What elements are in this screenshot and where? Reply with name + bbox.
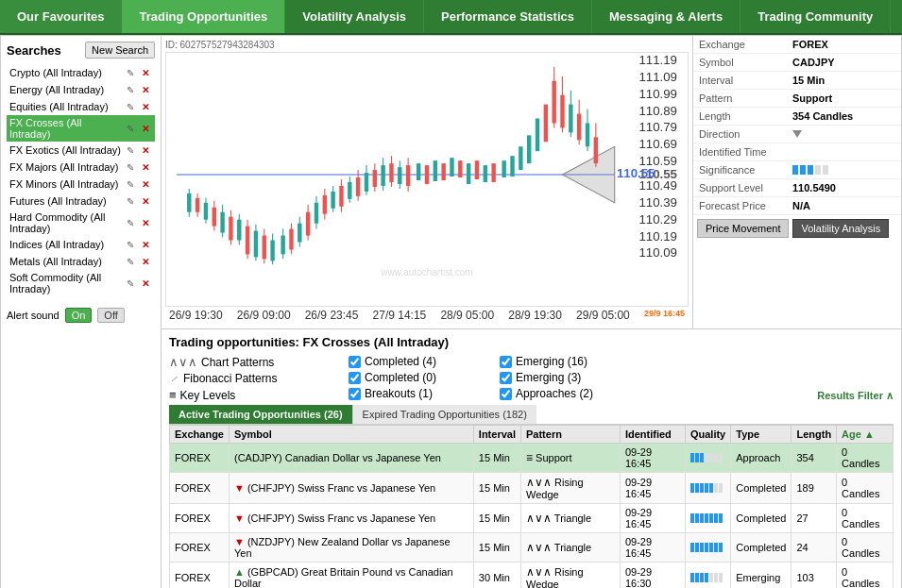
sidebar-item[interactable]: Indices (All Intraday) ✎ ✕ [7, 236, 155, 253]
table-row[interactable]: FOREX ▼ (CHFJPY) Swiss Franc vs Japanese… [170, 473, 893, 504]
new-search-button[interactable]: New Search [85, 42, 155, 59]
nav-item-volatility[interactable]: Volatility Analysis [285, 0, 424, 33]
tab-expired-trading[interactable]: Expired Trading Opportunities (182) [352, 405, 536, 424]
nav-item-messaging[interactable]: Messaging & Alerts [592, 0, 740, 33]
close-icon[interactable]: ✕ [139, 194, 152, 208]
th-exchange[interactable]: Exchange [170, 426, 230, 444]
info-value-exchange: FOREX [787, 36, 901, 54]
tab-active-trading[interactable]: Active Trading Opportunities (26) [169, 405, 352, 424]
quality-bar [700, 573, 704, 582]
x-label-3: 26/9 23:45 [305, 309, 359, 322]
th-age[interactable]: Age ▲ [837, 426, 893, 444]
sidebar: Searches New Search Crypto (All Intraday… [1, 36, 162, 588]
alert-off-button[interactable]: Off [97, 308, 124, 323]
nav-item-favourites[interactable]: Our Favourites [0, 0, 122, 33]
sidebar-item-icons: ✎ ✕ [124, 100, 152, 113]
cell-interval: 15 Min [473, 473, 520, 504]
cell-length: 354 [791, 444, 837, 473]
table-row[interactable]: FOREX ▼ (NZDJPY) New Zealand Dollar vs J… [170, 533, 893, 563]
sidebar-item[interactable]: Energy (All Intraday) ✎ ✕ [7, 81, 155, 98]
checkbox-approaches[interactable] [500, 388, 512, 400]
sidebar-item[interactable]: FX Exotics (All Intraday) ✎ ✕ [7, 142, 155, 159]
edit-icon[interactable]: ✎ [124, 194, 137, 208]
close-icon[interactable]: ✕ [139, 216, 152, 229]
checkbox-emerging-chart[interactable] [500, 356, 512, 368]
main-content: Searches New Search Crypto (All Intraday… [0, 35, 902, 588]
close-icon[interactable]: ✕ [139, 277, 152, 290]
th-pattern[interactable]: Pattern [520, 426, 620, 444]
sidebar-item[interactable]: Hard Commodity (All Intraday) ✎ ✕ [7, 210, 155, 236]
table-row[interactable]: FOREX (CADJPY) Canadian Dollar vs Japane… [170, 444, 893, 473]
th-type[interactable]: Type [731, 426, 791, 444]
close-icon[interactable]: ✕ [139, 66, 152, 79]
checkbox-completed-fib[interactable] [349, 372, 361, 384]
sidebar-item-label: Hard Commodity (All Intraday) [9, 211, 124, 234]
sidebar-item-icons: ✎ ✕ [124, 160, 152, 174]
close-icon[interactable]: ✕ [139, 100, 152, 113]
edit-icon[interactable]: ✎ [124, 238, 137, 251]
th-interval[interactable]: Interval [473, 426, 520, 444]
nav-item-community[interactable]: Trading Community [740, 0, 891, 33]
svg-marker-14 [563, 146, 615, 203]
info-row-exchange: Exchange FOREX [693, 36, 901, 54]
label-approaches: Approaches (2) [516, 387, 593, 400]
label-completed-fib: Completed (0) [365, 371, 436, 384]
volatility-analysis-button[interactable]: Volatility Analysis [792, 219, 889, 238]
edit-icon[interactable]: ✎ [124, 255, 137, 268]
checkbox-emerging-fib[interactable] [500, 372, 512, 384]
close-icon[interactable]: ✕ [139, 143, 152, 157]
sidebar-item[interactable]: Metals (All Intraday) ✎ ✕ [7, 253, 155, 270]
sidebar-item-icons: ✎ ✕ [124, 277, 152, 290]
checkbox-breakouts[interactable] [349, 388, 361, 400]
edit-icon[interactable]: ✎ [124, 160, 137, 174]
edit-icon[interactable]: ✎ [124, 277, 137, 290]
th-symbol[interactable]: Symbol [229, 426, 473, 444]
bottom-section: Trading opportunities: FX Crosses (All I… [162, 328, 901, 588]
svg-rect-84 [544, 105, 548, 143]
close-icon[interactable]: ✕ [139, 122, 152, 135]
sidebar-item[interactable]: FX Minors (All Intraday) ✎ ✕ [7, 176, 155, 193]
sidebar-item[interactable]: FX Majors (All Intraday) ✎ ✕ [7, 159, 155, 176]
info-value-length: 354 Candles [787, 108, 901, 126]
nav-item-trading[interactable]: Trading Opportunities [122, 0, 285, 33]
chart-pattern-icon: ∧∨∧ [526, 541, 552, 554]
price-movement-button[interactable]: Price Movement [697, 219, 789, 238]
sidebar-item[interactable]: Futures (All Intraday) ✎ ✕ [7, 193, 155, 210]
quality-bar [705, 453, 708, 462]
sidebar-item-icons: ✎ ✕ [124, 83, 152, 96]
edit-icon[interactable]: ✎ [124, 216, 137, 229]
th-length[interactable]: Length [791, 426, 837, 444]
edit-icon[interactable]: ✎ [124, 143, 137, 157]
th-quality[interactable]: Quality [685, 426, 730, 444]
info-row-interval: Interval 15 Min [693, 72, 901, 90]
th-identified[interactable]: Identified [620, 426, 685, 444]
edit-icon[interactable]: ✎ [124, 83, 137, 96]
table-row[interactable]: FOREX ▲ (GBPCAD) Great Britain Pound vs … [170, 563, 893, 589]
quality-bar [714, 543, 718, 552]
edit-icon[interactable]: ✎ [124, 66, 137, 79]
alert-on-button[interactable]: On [65, 308, 93, 323]
close-icon[interactable]: ✕ [139, 177, 152, 191]
arrow-down-icon: ▼ [234, 482, 245, 494]
edit-icon[interactable]: ✎ [124, 177, 137, 191]
sidebar-item[interactable]: FX Crosses (All Intraday) ✎ ✕ [7, 115, 155, 142]
table-row[interactable]: FOREX ▼ (CHFJPY) Swiss Franc vs Japanese… [170, 504, 893, 533]
checkbox-completed-chart[interactable] [349, 356, 361, 368]
edit-icon[interactable]: ✎ [124, 100, 137, 113]
cell-pattern: ∧∨∧ Rising Wedge [520, 563, 620, 589]
close-icon[interactable]: ✕ [139, 238, 152, 251]
edit-icon[interactable]: ✎ [124, 122, 137, 135]
sidebar-item[interactable]: Soft Commodity (All Intraday) ✎ ✕ [7, 270, 155, 296]
cell-symbol: ▼ (CHFJPY) Swiss Franc vs Japanese Yen [229, 504, 473, 533]
sidebar-item[interactable]: Crypto (All Intraday) ✎ ✕ [7, 64, 155, 81]
nav-item-performance[interactable]: Performance Statistics [424, 0, 592, 33]
close-icon[interactable]: ✕ [139, 83, 152, 96]
cell-symbol: ▼ (NZDJPY) New Zealand Dollar vs Japanes… [229, 533, 473, 563]
cell-pattern: ≡ Support [520, 444, 620, 473]
svg-text:110.99: 110.99 [638, 88, 676, 100]
close-icon[interactable]: ✕ [139, 160, 152, 174]
close-icon[interactable]: ✕ [139, 255, 152, 268]
results-filter-button[interactable]: Results Filter ∧ [817, 390, 893, 402]
sidebar-item[interactable]: Equities (All Intraday) ✎ ✕ [7, 98, 155, 115]
label-completed-chart: Completed (4) [365, 355, 436, 368]
